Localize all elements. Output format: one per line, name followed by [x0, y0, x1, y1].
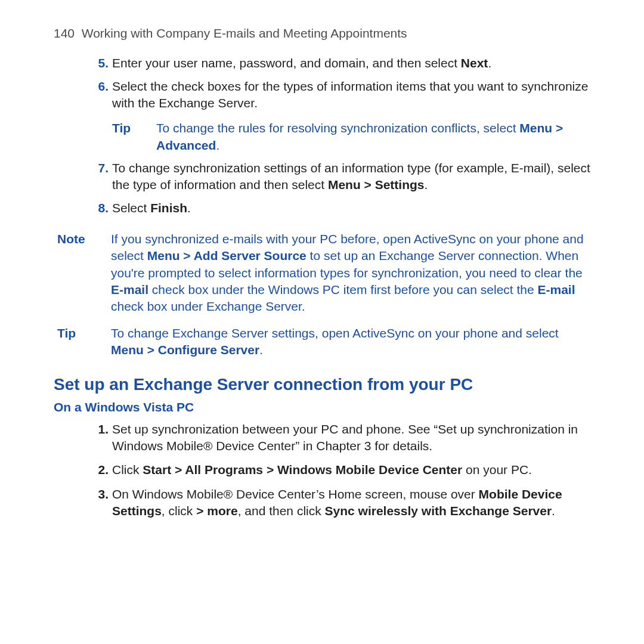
step-b2: 2. Click Start > All Programs > Windows … — [54, 462, 590, 478]
step-text: Select Finish. — [112, 200, 590, 216]
tip-text: To change Exchange Server settings, open… — [111, 325, 590, 359]
step-5: 5. Enter your user name, password, and d… — [54, 55, 590, 72]
step-number: 5. — [54, 55, 112, 72]
step-text: To change synchronization settings of an… — [112, 160, 590, 194]
step-number: 1. — [54, 421, 112, 438]
step-7: 7. To change synchronization settings of… — [54, 160, 590, 194]
step-text: Click Start > All Programs > Windows Mob… — [112, 462, 590, 478]
ordered-steps-bottom: 1. Set up synchronization between your P… — [54, 421, 590, 520]
tip-text: To change the rules for resolving synchr… — [156, 120, 590, 154]
note-text: If you synchronized e-mails with your PC… — [111, 231, 590, 315]
step-b3: 3. On Windows Mobile® Device Center’s Ho… — [54, 486, 590, 520]
step-text: Set up synchronization between your PC a… — [112, 421, 590, 455]
step-8: 8. Select Finish. — [54, 200, 590, 216]
tip-label: Tip — [112, 120, 156, 137]
page-header: 140 Working with Company E-mails and Mee… — [54, 25, 590, 42]
section-heading: Set up an Exchange Server connection fro… — [54, 373, 590, 396]
step-number: 6. — [54, 78, 112, 95]
tip-block: Tip To change Exchange Server settings, … — [54, 325, 590, 359]
subsection-heading: On a Windows Vista PC — [54, 399, 590, 416]
tip-label: Tip — [54, 325, 111, 342]
step-number: 3. — [54, 486, 112, 503]
document-page: 140 Working with Company E-mails and Mee… — [0, 0, 644, 519]
note-block: Note If you synchronized e-mails with yo… — [54, 231, 590, 315]
step-text: Select the check boxes for the types of … — [112, 78, 590, 154]
step-number: 8. — [54, 200, 112, 216]
step-b1: 1. Set up synchronization between your P… — [54, 421, 590, 455]
chapter-title: Working with Company E-mails and Meeting… — [82, 26, 407, 40]
step-6: 6. Select the check boxes for the types … — [54, 78, 590, 154]
note-label: Note — [54, 231, 111, 247]
step-text: Enter your user name, password, and doma… — [112, 55, 590, 72]
inline-tip: Tip To change the rules for resolving sy… — [112, 120, 590, 154]
ordered-steps: 5. Enter your user name, password, and d… — [54, 55, 590, 216]
step-number: 2. — [54, 462, 112, 478]
step-text: On Windows Mobile® Device Center’s Home … — [112, 486, 590, 520]
step-number: 7. — [54, 160, 112, 177]
page-number: 140 — [54, 26, 75, 40]
